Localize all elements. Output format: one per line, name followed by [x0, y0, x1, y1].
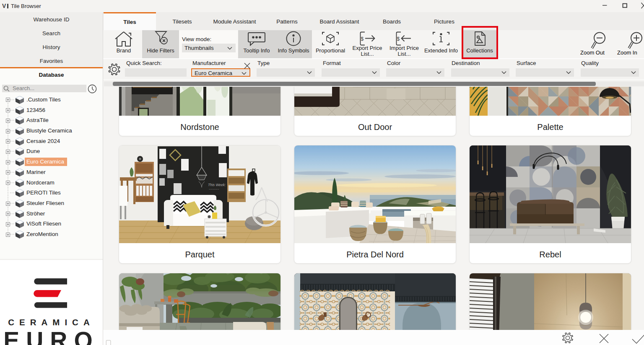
- svg-text:$: $: [397, 36, 400, 42]
- svg-text:$: $: [361, 36, 364, 42]
- svg-text:This Week:: This Week:: [208, 183, 226, 187]
- svg-text:~~~~~~: ~~~~~~: [209, 188, 219, 191]
